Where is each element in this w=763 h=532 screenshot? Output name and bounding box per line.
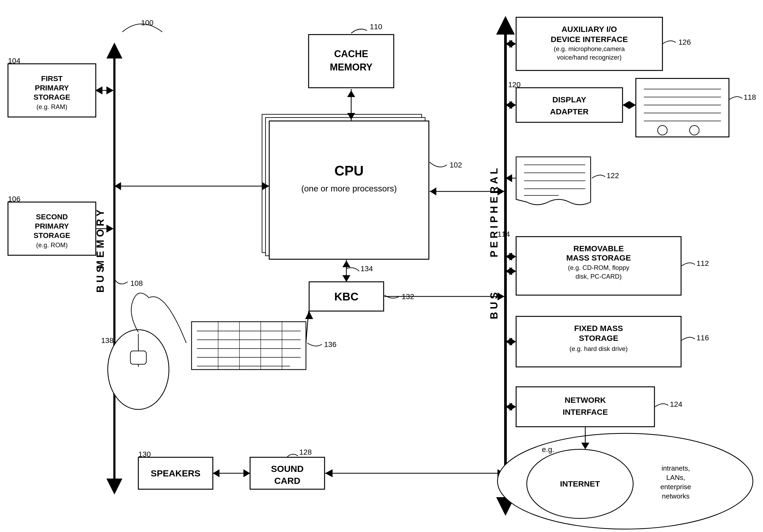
fixed-label1: FIXED MASS (574, 324, 623, 333)
display-adapter-label1: DISPLAY (552, 95, 586, 104)
removable-sub2: disk, PC-CARD) (576, 273, 621, 280)
svg-marker-45 (497, 187, 504, 195)
ref-136: 136 (324, 340, 337, 349)
aux-io-sub1: (e.g. microphone,camera (554, 45, 625, 52)
ref-118: 118 (744, 93, 756, 101)
svg-marker-42 (497, 293, 504, 301)
svg-rect-34 (130, 351, 146, 364)
intranets-label3: enterprise (660, 483, 691, 491)
keyboard-box (191, 322, 306, 370)
ref-110: 110 (370, 23, 382, 31)
svg-marker-39 (325, 469, 333, 477)
ref-138: 138 (101, 336, 114, 345)
network-label2: INTERFACE (563, 407, 608, 416)
ref-102: 102 (450, 161, 462, 169)
second-primary-label3: STORAGE (34, 231, 70, 239)
ref-116: 116 (697, 334, 709, 342)
svg-marker-2 (106, 479, 122, 494)
network-label1: NETWORK (565, 396, 606, 404)
intranets-label1: intranets, (662, 464, 690, 472)
second-primary-label2: PRIMARY (35, 222, 69, 230)
svg-marker-32 (305, 311, 313, 319)
kbc-label: KBC (334, 290, 359, 303)
diagram: M E M O R Y B U S 108 P E R I P H E R A … (0, 0, 763, 532)
svg-marker-37 (244, 469, 250, 477)
speakers-label: SPEAKERS (151, 468, 200, 478)
network-interface-box (516, 387, 654, 427)
memory-bus-label2: B U S (95, 266, 106, 293)
first-primary-label3: STORAGE (34, 93, 70, 101)
cpu-label: CPU (334, 163, 364, 178)
svg-marker-21 (342, 275, 350, 282)
ref-100: 100 (141, 19, 154, 27)
svg-marker-51 (509, 101, 516, 109)
first-primary-label1: FIRST (41, 74, 63, 83)
ref-108: 108 (130, 279, 143, 287)
peripheral-bus-label: P E R I P H E R A L (489, 168, 499, 257)
svg-marker-77 (509, 338, 516, 346)
svg-marker-44 (430, 187, 436, 195)
ref-114: 114 (497, 230, 510, 238)
ref-122: 122 (606, 171, 619, 180)
display-adapter-box (516, 88, 622, 122)
cpu-sublabel: (one or more processors) (301, 184, 397, 193)
internet-label: INTERNET (560, 479, 600, 488)
first-primary-label2: PRIMARY (35, 84, 69, 92)
svg-marker-48 (509, 40, 516, 48)
svg-marker-36 (213, 469, 219, 477)
intranets-label4: networks (662, 492, 690, 500)
removable-label2: MASS STORAGE (566, 253, 631, 262)
first-primary-sub: (e.g. RAM) (37, 103, 67, 110)
second-primary-sub: (e.g. ROM) (36, 241, 68, 249)
cache-label-line1: CACHE (334, 48, 368, 59)
svg-marker-13 (106, 86, 114, 94)
ref-126: 126 (678, 38, 691, 46)
svg-marker-15 (106, 225, 114, 233)
second-primary-label1: SECOND (36, 213, 68, 221)
eg-label: e.g. (542, 445, 554, 454)
svg-marker-71 (509, 253, 516, 261)
ref-134: 134 (361, 265, 373, 273)
removable-sub1: (e.g. CD-ROM, floppy (568, 264, 629, 271)
svg-marker-60 (622, 101, 629, 109)
aux-io-label1: AUXILIARY I/O (562, 25, 617, 34)
svg-marker-4 (496, 16, 515, 35)
cache-label-line2: MEMORY (330, 62, 373, 73)
ref-130: 130 (138, 450, 151, 458)
svg-marker-1 (106, 43, 122, 58)
memory-bus-label: M E M O R Y (95, 210, 106, 269)
svg-marker-20 (342, 261, 350, 267)
ref-124: 124 (670, 400, 682, 408)
svg-marker-74 (509, 267, 516, 275)
ref-112: 112 (697, 259, 709, 267)
ref-120: 120 (508, 81, 521, 89)
svg-marker-12 (95, 86, 102, 94)
aux-io-sub2: voice/hand recognizer) (557, 54, 622, 61)
svg-marker-9 (347, 90, 355, 97)
svg-point-57 (658, 126, 667, 135)
fixed-label2: STORAGE (579, 334, 618, 342)
sound-card-label1: SOUND (271, 464, 304, 474)
display-adapter-label2: ADAPTER (550, 107, 589, 116)
monitor-box (636, 78, 729, 137)
fixed-sub: (e.g. hard disk drive) (570, 345, 628, 352)
ref-106: 106 (8, 195, 21, 203)
svg-marker-80 (509, 403, 516, 411)
ref-104: 104 (8, 57, 21, 65)
removable-label1: REMOVABLE (573, 244, 624, 253)
ref-128: 128 (299, 448, 312, 456)
aux-io-label2: DEVICE INTERFACE (551, 35, 628, 44)
svg-point-58 (690, 126, 699, 135)
cache-memory-box (309, 35, 394, 88)
svg-marker-61 (629, 101, 636, 109)
intranets-label2: LANs, (666, 474, 685, 482)
sound-card-label2: CARD (274, 476, 300, 486)
